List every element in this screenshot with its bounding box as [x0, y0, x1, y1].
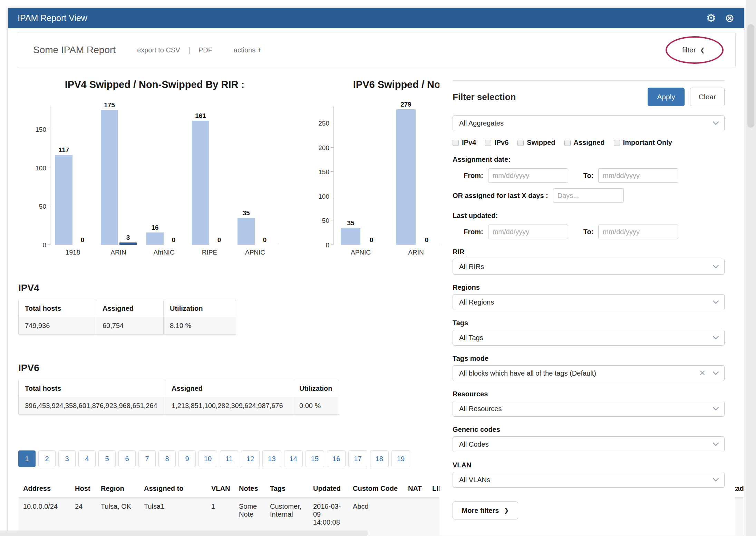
actions-menu[interactable]: actions + — [234, 46, 262, 54]
last-x-days-input[interactable] — [553, 188, 624, 203]
tags-select[interactable]: All Tags — [453, 330, 725, 346]
ipv4-summary-table: Total hosts Assigned Utilization 749,936… — [18, 300, 236, 335]
assignment-date-from-input[interactable] — [488, 168, 568, 183]
page-button-15[interactable]: 15 — [306, 450, 324, 467]
chevron-down-icon — [713, 262, 719, 268]
selected-value: All RIRs — [459, 263, 484, 271]
important-only-checkbox[interactable] — [614, 140, 620, 146]
x-category-label: ARIN — [388, 249, 444, 256]
horizontal-scrollbar[interactable] — [0, 530, 368, 536]
last-updated-to-input[interactable] — [598, 225, 678, 239]
y-tick-mark — [48, 168, 50, 168]
checkbox-item-ipv4[interactable]: IPv4 — [453, 139, 476, 147]
assignment-date-to-input[interactable] — [598, 168, 678, 183]
x-category-label: ARIN — [96, 249, 141, 256]
y-tick-label: 50 — [29, 203, 46, 210]
selected-value: All blocks which have all of the tags (D… — [459, 369, 596, 377]
more-filters-button[interactable]: More filters ❯ — [453, 502, 518, 519]
page-button-7[interactable]: 7 — [138, 450, 156, 467]
bar-apnic-swipped: 35 — [341, 219, 360, 245]
bar — [238, 218, 255, 245]
x-category-label: AfriNIC — [141, 249, 187, 256]
chart-x-labels: 1918ARINAfriNICRIPEAPNIC — [50, 249, 281, 256]
page-button-16[interactable]: 16 — [327, 450, 346, 467]
export-csv-link[interactable]: export to CSV — [137, 46, 180, 54]
gear-icon[interactable]: ⚙ — [706, 12, 716, 23]
bar-arin-non-swipped: 3 — [119, 234, 137, 245]
page-button-14[interactable]: 14 — [284, 450, 303, 467]
checkbox-item-assigned[interactable]: Assigned — [564, 139, 605, 147]
bar-group-arin: 1753 — [96, 107, 142, 245]
y-tick-mark — [331, 147, 333, 148]
rir-select[interactable]: All RIRs — [453, 259, 725, 275]
y-tick-label: 250 — [312, 120, 329, 127]
column-header-custom-code: Custom Code — [348, 480, 403, 498]
page-button-8[interactable]: 8 — [158, 450, 176, 467]
checkbox-label: Important Only — [623, 139, 672, 147]
page-button-5[interactable]: 5 — [98, 450, 116, 467]
checkbox-item-ipv6[interactable]: IPv6 — [485, 139, 508, 147]
page-button-3[interactable]: 3 — [58, 450, 76, 467]
ipv6-utilization: 0.00 % — [293, 397, 339, 415]
regions-select[interactable]: All Regions — [453, 294, 725, 310]
checkbox-item-important-only[interactable]: Important Only — [614, 139, 672, 147]
bar — [396, 109, 416, 245]
table-row: 396,453,924,358,601,876,923,968,651,264 … — [19, 397, 339, 415]
bar-group-1918: 1170 — [50, 107, 96, 245]
ipv6-section-heading: IPV6 — [18, 363, 39, 374]
swipped-checkbox[interactable] — [517, 140, 524, 146]
bar-apnic-non-swipped: 0 — [362, 236, 381, 245]
generic-codes-select[interactable]: All Codes — [453, 436, 725, 452]
page-button-9[interactable]: 9 — [178, 450, 196, 467]
page-button-6[interactable]: 6 — [118, 450, 136, 467]
y-tick-mark — [48, 206, 50, 206]
y-tick-mark — [48, 129, 50, 129]
page-button-17[interactable]: 17 — [348, 450, 367, 467]
y-tick-mark — [48, 245, 50, 245]
resources-label: Resources — [453, 390, 725, 398]
pdf-link[interactable]: PDF — [198, 46, 212, 54]
page-button-11[interactable]: 11 — [220, 450, 238, 467]
y-tick-mark — [331, 196, 333, 196]
page-button-12[interactable]: 12 — [241, 450, 260, 467]
page-button-13[interactable]: 13 — [262, 450, 281, 467]
selected-value: All Regions — [459, 298, 494, 306]
page-button-10[interactable]: 10 — [198, 450, 217, 467]
bar-apnic-non-swipped: 0 — [256, 236, 273, 245]
clear-x-icon[interactable]: ✕ — [699, 369, 706, 378]
vertical-scrollbar-thumb[interactable] — [747, 24, 754, 128]
filter-checkbox-row: IPv4IPv6SwippedAssignedImportant Only — [453, 139, 725, 147]
column-header-assigned: Assigned — [96, 300, 164, 317]
regions-label: Regions — [453, 284, 725, 291]
last-x-days-label: OR assigned for last X days : — [453, 192, 548, 200]
ipv6-checkbox[interactable] — [485, 140, 491, 146]
clear-button[interactable]: Clear — [690, 88, 725, 106]
panel-divider — [453, 80, 725, 81]
to-label: To: — [583, 172, 594, 180]
close-icon[interactable]: ⊗ — [725, 12, 734, 23]
column-header-vlan: VLAN — [206, 480, 234, 498]
pagination: 12345678910111213141516171819 — [18, 450, 413, 467]
page-button-18[interactable]: 18 — [370, 450, 389, 467]
ipv4-checkbox[interactable] — [453, 140, 459, 146]
report-title: Some IPAM Report — [33, 44, 116, 56]
vertical-scrollbar[interactable] — [746, 0, 756, 536]
assigned-checkbox[interactable] — [564, 140, 571, 146]
tags-mode-select[interactable]: All blocks which have all of the tags (D… — [453, 365, 725, 381]
ipv4-assigned: 60,754 — [96, 317, 164, 335]
last-updated-from-input[interactable] — [488, 225, 568, 239]
resources-select[interactable]: All Resources — [453, 401, 725, 417]
checkbox-item-swipped[interactable]: Swipped — [517, 139, 555, 147]
y-tick-label: 0 — [29, 241, 46, 249]
apply-button[interactable]: Apply — [648, 88, 685, 106]
page-button-2[interactable]: 2 — [38, 450, 56, 467]
vlan-select[interactable]: All VLANs — [453, 472, 725, 488]
aggregates-select[interactable]: All Aggregates — [453, 115, 725, 131]
toolbar-separator: | — [188, 46, 190, 54]
page-button-4[interactable]: 4 — [78, 450, 96, 467]
filter-toggle-button[interactable]: filter ❮ — [682, 46, 705, 54]
vlan-label: VLAN — [453, 461, 725, 469]
page-button-1[interactable]: 1 — [18, 450, 36, 467]
page-button-19[interactable]: 19 — [391, 450, 410, 467]
assignment-date-label: Assignment date: — [453, 156, 725, 163]
